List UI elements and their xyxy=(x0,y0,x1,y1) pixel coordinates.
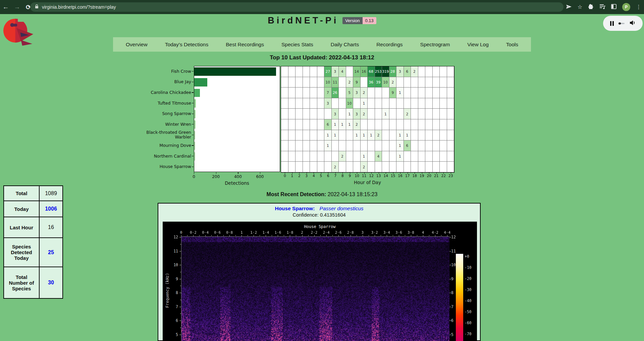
nav-item-spectrogram[interactable]: Spectrogram xyxy=(412,42,459,48)
time-tickmark xyxy=(211,235,212,236)
freq-ticklabel-left: 11 xyxy=(165,249,178,253)
time-ticklabel: 3·6 xyxy=(393,230,405,235)
time-ticklabel: 1 xyxy=(235,230,248,235)
heatmap-cell xyxy=(353,140,361,151)
heatmap-cell: 11 xyxy=(332,77,339,88)
time-tickmark xyxy=(296,235,296,236)
stats-value: 16 xyxy=(39,217,63,238)
browser-menu-kebab-icon[interactable]: ⋮ xyxy=(636,4,641,10)
heatmap-cell xyxy=(375,119,382,130)
heatmap-cell xyxy=(317,130,325,141)
freq-ticklabel-right: 9 xyxy=(451,277,464,281)
heatmap-cell: 1 xyxy=(324,130,332,141)
heatmap-cell xyxy=(418,98,426,109)
heatmap-cell: 68 xyxy=(368,66,375,77)
detections-bar xyxy=(194,152,195,161)
heatmap-cell xyxy=(425,151,433,162)
bar-axis-tick xyxy=(216,172,216,174)
heatmap-cell: 1 xyxy=(332,130,339,141)
bookmark-star-icon[interactable]: ☆ xyxy=(578,4,582,10)
heatmap-cell xyxy=(447,88,454,98)
heatmap-cell xyxy=(303,66,310,77)
stats-value-link[interactable]: 25 xyxy=(39,238,63,267)
heatmap-cell xyxy=(389,98,397,109)
heatmap-cell xyxy=(433,140,440,151)
time-ticklabel: 0 xyxy=(175,230,187,235)
freq-tickmark-right xyxy=(449,307,451,307)
extensions-puzzle-icon[interactable] xyxy=(588,4,594,10)
freq-tickmark-left xyxy=(179,279,181,279)
heatmap-cell: 1 xyxy=(346,109,354,119)
nav-item-recordings[interactable]: Recordings xyxy=(368,42,411,48)
heatmap-cell: 2 xyxy=(346,77,354,88)
birdnetpi-page: ← → ⟳ virginia.birdnetpi.com/?stream=pla… xyxy=(0,0,644,341)
hour-axis-ticklabel: 20 xyxy=(426,174,432,178)
heatmap-cell xyxy=(361,119,368,130)
nav-item-today-s-detections[interactable]: Today's Detections xyxy=(156,42,217,48)
heatmap-cell xyxy=(346,151,354,162)
heatmap-cell xyxy=(411,119,418,130)
page-title: BirdNET-Pi xyxy=(268,15,338,26)
heatmap-cell xyxy=(368,88,375,98)
profile-avatar[interactable]: P xyxy=(622,3,630,11)
send-icon[interactable] xyxy=(566,4,572,10)
time-tickmark xyxy=(338,235,339,236)
nav-item-best-recordings[interactable]: Best Recordings xyxy=(217,42,273,48)
heatmap-cell xyxy=(447,66,454,77)
heatmap-cell: 2 xyxy=(361,109,368,119)
heatmap-cell: 36 xyxy=(368,77,375,88)
heatmap-cell xyxy=(389,151,397,162)
heatmap-cell: 1 xyxy=(339,119,346,130)
heatmap-cell: 1 xyxy=(353,130,361,141)
nav-item-overview[interactable]: Overview xyxy=(117,42,156,48)
stats-value-link[interactable]: 1006 xyxy=(39,201,63,217)
heatmap-cell: 9 xyxy=(389,88,397,98)
heatmap-cell xyxy=(296,66,303,77)
heatmap-cell xyxy=(346,66,354,77)
nav-item-species-stats[interactable]: Species Stats xyxy=(273,42,322,48)
detections-bar xyxy=(194,99,196,108)
time-ticklabel: 2·6 xyxy=(332,230,344,235)
time-tickmark xyxy=(260,235,260,236)
heatmap-cell xyxy=(288,140,296,151)
heatmap-cell: 1 xyxy=(404,130,411,141)
hour-axis-ticklabel: 0 xyxy=(281,174,288,178)
heatmap-cell xyxy=(288,66,296,77)
heatmap-cell xyxy=(375,109,382,119)
media-playlist-icon[interactable] xyxy=(599,4,605,10)
browser-back-button[interactable]: ← xyxy=(0,3,11,11)
heatmap-cell xyxy=(447,77,454,88)
heatmap-cell xyxy=(404,162,411,172)
side-panel-icon[interactable] xyxy=(611,4,616,10)
heatmap-cell xyxy=(281,162,288,172)
time-ticklabel: 4·2 xyxy=(429,230,441,235)
hour-axis-ticklabel: 11 xyxy=(361,174,368,178)
y-tick xyxy=(192,135,194,135)
heatmap-cell: 6 xyxy=(324,119,332,130)
nav-item-view-log[interactable]: View Log xyxy=(459,42,497,48)
species-label: Blue Jay xyxy=(144,77,191,87)
stats-label: Today xyxy=(4,201,39,217)
heatmap-cell xyxy=(288,88,296,98)
time-tickmark xyxy=(411,235,411,236)
heatmap-cell xyxy=(281,88,288,98)
time-tickmark xyxy=(217,235,218,236)
detection-species-link[interactable]: House Sparrow: Passer domesticus xyxy=(158,206,480,212)
time-tickmark xyxy=(429,235,429,236)
nav-item-daily-charts[interactable]: Daily Charts xyxy=(322,42,368,48)
heatmap-cell xyxy=(382,130,389,141)
time-tickmark xyxy=(363,235,363,236)
address-bar[interactable]: virginia.birdnetpi.com/?stream=play xyxy=(30,2,564,12)
heatmap-cell xyxy=(353,98,361,109)
stats-value-link[interactable]: 30 xyxy=(39,267,63,298)
heatmap-cell xyxy=(382,151,389,162)
time-tickmark xyxy=(332,235,333,236)
y-tick xyxy=(192,114,194,114)
browser-forward-button[interactable]: → xyxy=(11,3,23,11)
stats-label: Total Number of Species xyxy=(4,267,39,298)
species-label: Winter Wren xyxy=(144,120,191,129)
freq-tickmark-right xyxy=(449,265,451,265)
nav-item-tools[interactable]: Tools xyxy=(497,42,527,48)
heatmap-cell xyxy=(411,88,418,98)
heatmap-cell: 3 xyxy=(332,109,339,119)
